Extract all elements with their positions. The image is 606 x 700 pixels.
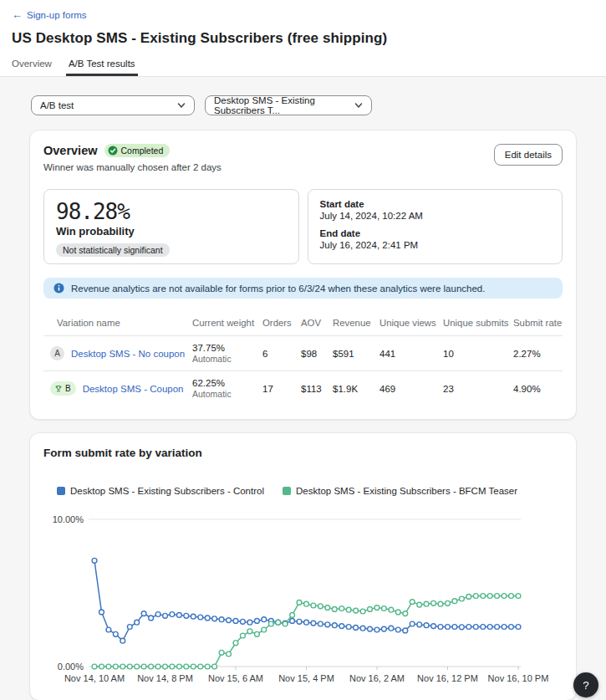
svg-text:Nov 16, 10 PM: Nov 16, 10 PM: [488, 673, 549, 683]
svg-text:10.00%: 10.00%: [53, 514, 84, 524]
win-probability-box: 98.28% Win probability Not statistically…: [43, 189, 299, 264]
col-revenue: Revenue: [333, 318, 379, 328]
legend-label-bfcm-teaser: Desktop SMS - Existing Subscribers - BFC…: [296, 486, 517, 496]
table-header-row: Variation name Current weight Orders AOV…: [43, 310, 563, 335]
svg-text:Nov 16, 2 AM: Nov 16, 2 AM: [349, 673, 405, 683]
table-row: B Desktop SMS - Coupon 62.25% Automatic …: [43, 370, 563, 406]
aov-value: $113: [301, 384, 333, 394]
variation-table: Variation name Current weight Orders AOV…: [43, 310, 563, 406]
unique-submits-value: 10: [443, 349, 513, 359]
chevron-down-icon: [354, 101, 363, 110]
status-badge: Completed: [104, 144, 171, 157]
back-link-label: Sign-up forms: [27, 10, 87, 20]
win-probability-value: 98.28%: [56, 199, 287, 224]
edit-details-button[interactable]: Edit details: [494, 144, 563, 166]
legend-label-control: Desktop SMS - Existing Subscribers - Con…: [70, 486, 264, 496]
winner-subtitle: Winner was manually chosen after 2 days: [43, 162, 222, 172]
variation-b-link[interactable]: Desktop SMS - Coupon: [83, 384, 184, 394]
col-aov: AOV: [301, 318, 333, 328]
back-arrow-icon: ←: [12, 9, 23, 20]
legend-swatch-bfcm-teaser: [283, 487, 291, 495]
svg-text:Nov 16, 12 PM: Nov 16, 12 PM: [417, 673, 478, 683]
col-variation-name: Variation name: [43, 318, 192, 328]
ab-test-dropdown[interactable]: A/B test: [31, 95, 195, 115]
col-submit-rate: Submit rate: [513, 318, 563, 328]
page-title: US Desktop SMS - Existing Subscribers (f…: [12, 30, 594, 47]
weight-value: 37.75%: [192, 343, 262, 353]
table-row: A Desktop SMS - No coupon 37.75% Automat…: [43, 335, 563, 370]
tab-ab-test-results[interactable]: A/B Test results: [69, 59, 135, 76]
start-date-label: Start date: [320, 199, 551, 209]
info-icon: [53, 283, 64, 294]
form-dropdown[interactable]: Desktop SMS - Existing Subscribers T...: [205, 95, 372, 115]
svg-text:Nov 15, 6 AM: Nov 15, 6 AM: [208, 673, 263, 683]
revenue-value: $591: [333, 349, 379, 359]
unique-views-value: 469: [379, 384, 443, 394]
submit-rate-value: 2.27%: [513, 349, 563, 359]
svg-text:Nov 15, 4 PM: Nov 15, 4 PM: [278, 673, 334, 683]
check-circle-icon: [108, 146, 118, 156]
overview-card: Overview Completed Winner was manually c…: [29, 130, 577, 420]
start-date-value: July 14, 2024, 10:22 AM: [320, 211, 551, 221]
svg-text:Nov 14, 10 AM: Nov 14, 10 AM: [64, 673, 125, 683]
legend-item-bfcm-teaser: Desktop SMS - Existing Subscribers - BFC…: [283, 486, 517, 496]
submit-rate-value: 4.90%: [513, 384, 563, 394]
main-content: A/B test Desktop SMS - Existing Subscrib…: [0, 77, 606, 700]
variation-b-badge-label: B: [65, 384, 71, 393]
end-date-label: End date: [320, 228, 551, 238]
dates-box: Start date July 14, 2024, 10:22 AM End d…: [308, 189, 563, 264]
ab-test-dropdown-value: A/B test: [40, 100, 74, 110]
revenue-value: $1.9K: [333, 384, 379, 394]
weight-value: 62.25%: [192, 378, 262, 388]
submit-rate-chart-card: Form submit rate by variation Desktop SM…: [29, 432, 577, 700]
overview-heading: Overview: [43, 144, 98, 157]
help-button[interactable]: ?: [573, 672, 598, 697]
chart-legend: Desktop SMS - Existing Subscribers - Con…: [30, 486, 576, 496]
variation-b-winner-badge: B: [50, 381, 76, 396]
aov-value: $98: [301, 349, 333, 359]
end-date-value: July 16, 2024, 2:41 PM: [320, 240, 551, 250]
legend-swatch-control: [57, 487, 65, 495]
unique-submits-value: 23: [443, 384, 513, 394]
back-to-signup-forms-link[interactable]: ← Sign-up forms: [12, 9, 87, 20]
orders-value: 17: [262, 384, 301, 394]
filter-row: A/B test Desktop SMS - Existing Subscrib…: [31, 77, 577, 115]
form-dropdown-value: Desktop SMS - Existing Subscribers T...: [214, 95, 348, 115]
banner-text: Revenue analytics are not available for …: [71, 284, 485, 294]
unique-views-value: 441: [379, 349, 443, 359]
svg-text:0.00%: 0.00%: [58, 662, 84, 672]
weight-mode: Automatic: [192, 354, 262, 364]
status-badge-label: Completed: [121, 146, 164, 156]
variation-a-badge: A: [50, 346, 64, 360]
submit-rate-chart: 10.00%0.00%Nov 14, 10 AMNov 14, 8 PMNov …: [30, 508, 575, 690]
page-header: ← Sign-up forms US Desktop SMS - Existin…: [0, 0, 606, 76]
col-current-weight: Current weight: [192, 318, 262, 328]
revenue-analytics-banner: Revenue analytics are not available for …: [43, 278, 563, 299]
col-unique-views: Unique views: [379, 318, 443, 328]
legend-item-control: Desktop SMS - Existing Subscribers - Con…: [57, 486, 264, 496]
weight-mode: Automatic: [192, 389, 262, 399]
orders-value: 6: [262, 349, 301, 359]
col-unique-submits: Unique submits: [443, 318, 513, 328]
col-orders: Orders: [262, 318, 301, 328]
win-probability-label: Win probability: [56, 225, 287, 238]
svg-text:Nov 14, 8 PM: Nov 14, 8 PM: [137, 673, 193, 683]
chevron-down-icon: [177, 101, 186, 110]
trophy-icon: [54, 385, 63, 393]
significance-badge: Not statistically significant: [56, 243, 170, 257]
variation-a-link[interactable]: Desktop SMS - No coupon: [71, 349, 185, 359]
chart-title: Form submit rate by variation: [30, 447, 576, 459]
tab-bar: Overview A/B Test results: [12, 59, 594, 76]
tab-overview[interactable]: Overview: [12, 59, 52, 76]
